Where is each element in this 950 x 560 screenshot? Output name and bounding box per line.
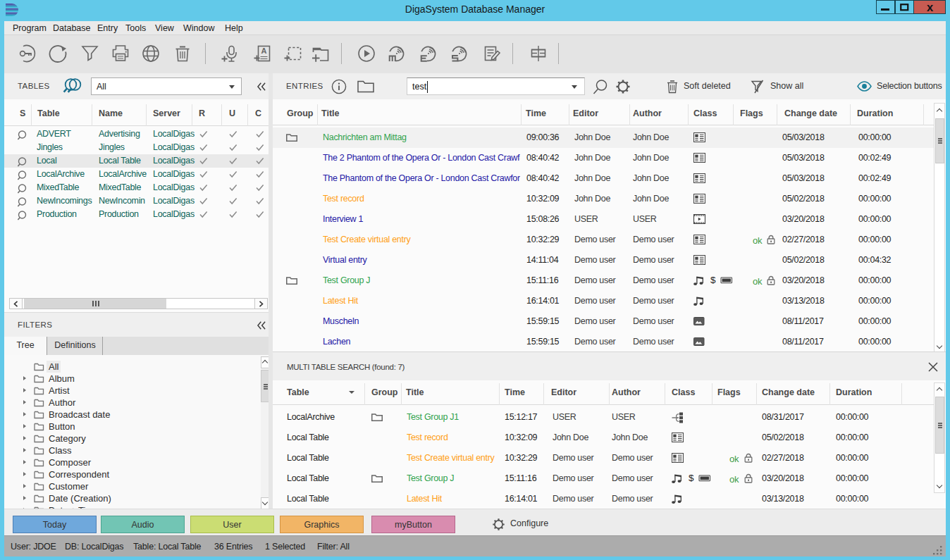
svg-text:x: x bbox=[927, 2, 934, 13]
svg-text:A: A bbox=[261, 46, 267, 55]
